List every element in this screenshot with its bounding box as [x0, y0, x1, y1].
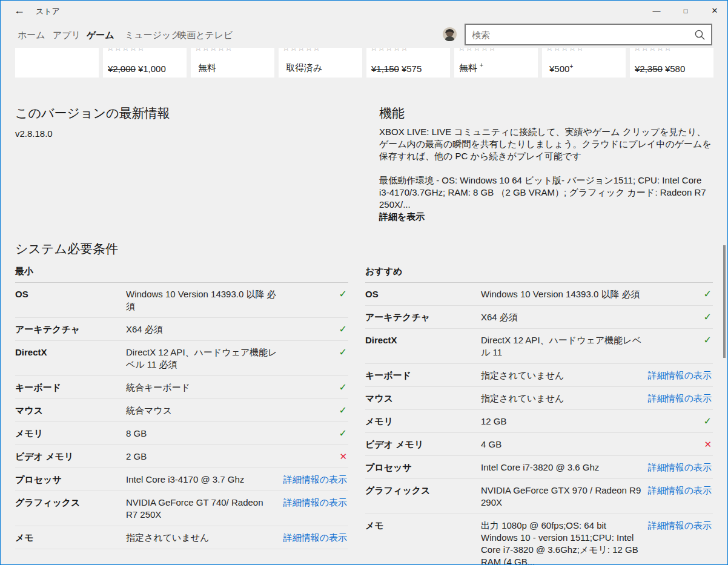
rating-stars-icon: ☆☆☆☆☆ — [370, 48, 408, 53]
row-value: DirectX 12 API、ハードウェア機能レベル 11 — [481, 334, 649, 358]
row-label: メモ — [15, 532, 126, 544]
table-row: ビデオ メモリ 2 GB ✕ — [15, 445, 348, 468]
row-value: 2 GB — [126, 451, 284, 463]
nav-item-games[interactable]: ゲーム — [87, 30, 114, 41]
sysreq-min-header: 最小 — [15, 266, 348, 283]
row-label: メモリ — [15, 428, 126, 440]
check-icon: ✓ — [339, 289, 347, 299]
table-row: メモ 出力 1080p @ 60fps;OS: 64 bit Windows 1… — [365, 514, 713, 565]
price-label: ¥2,350¥580 — [635, 63, 685, 74]
table-row: DirectX DirectX 12 API、ハードウェア機能レベル 11 ✓ — [365, 329, 713, 364]
row-label: OS — [15, 288, 126, 300]
row-label: グラフィックス — [15, 497, 126, 509]
table-row: プロセッサ Intel Core i7-3820 @ 3.6 Ghz 詳細情報の… — [365, 456, 713, 479]
details-link[interactable]: 詳細情報の表示 — [283, 474, 347, 484]
minimize-button[interactable]: — — [646, 3, 667, 19]
table-row: アーキテクチャ X64 必須 ✓ — [365, 306, 713, 329]
maximize-button[interactable]: □ — [675, 3, 696, 19]
row-value: 指定されていません — [126, 532, 283, 544]
table-row: マウス 指定されていません 詳細情報の表示 — [365, 387, 713, 410]
row-label: アーキテクチャ — [365, 311, 481, 323]
features-heading: 機能 — [379, 105, 405, 122]
row-value: X64 必須 — [126, 323, 284, 335]
row-value-text: 出力 1080p @ 60fps;OS: 64 bit Windows 10 -… — [481, 520, 638, 565]
cross-icon: ✕ — [704, 439, 712, 449]
sysreq-rec-header: おすすめ — [365, 266, 713, 283]
product-card[interactable]: ☆☆☆☆☆ ¥2,000¥1,000 — [103, 48, 187, 78]
rating-stars-icon: ☆☆☆☆☆ — [458, 48, 496, 53]
row-value: X64 必須 — [481, 311, 649, 323]
version-number: v2.8.18.0 — [15, 128, 53, 139]
row-label: DirectX — [365, 334, 481, 346]
check-icon: ✓ — [704, 335, 712, 345]
product-card[interactable]: ☆☆☆☆☆ 無料+ — [454, 48, 538, 78]
table-row: グラフィックス NVIDIA GeForce GTX 970 / Radeon … — [365, 479, 713, 514]
product-card[interactable]: ☆☆☆☆☆ 無料 — [191, 48, 274, 78]
row-value: Windows 10 Version 14393.0 以降 必須 — [481, 288, 649, 300]
rating-stars-icon: ☆☆☆☆☆ — [107, 48, 145, 53]
price-label: 取得済み — [283, 62, 322, 74]
product-card[interactable]: ☆☆☆☆☆ ¥500+ — [542, 48, 626, 78]
table-row: DirectX DirectX 12 API、ハードウェア機能レベル 11 必須… — [15, 341, 348, 376]
product-card[interactable]: ☆☆☆☆☆ 取得済み — [279, 48, 362, 78]
sysreq-min-table: 最小 OS Windows 10 Version 14393.0 以降 必須 ✓… — [15, 266, 348, 549]
price-label: 無料 — [196, 62, 216, 74]
close-button[interactable]: ✕ — [704, 3, 725, 19]
table-row: プロセッサ Intel Core i3-4170 @ 3.7 Ghz 詳細情報の… — [15, 468, 348, 491]
min-spec-paragraph: 最低動作環境 - OS: Windows 10 64 ビット版- バージョン15… — [379, 174, 713, 211]
search-input[interactable] — [466, 25, 696, 44]
row-label: OS — [365, 288, 481, 300]
check-icon: ✓ — [704, 289, 712, 299]
table-row: アーキテクチャ X64 必須 ✓ — [15, 318, 348, 341]
avatar[interactable] — [443, 27, 457, 41]
row-value: 4 GB — [481, 438, 649, 451]
rating-stars-icon: ☆☆☆☆☆ — [546, 48, 584, 53]
table-row: キーボード 指定されていません 詳細情報の表示 — [365, 364, 713, 387]
price-label: ¥500+ — [547, 63, 573, 74]
details-link[interactable]: 詳細情報の表示 — [648, 393, 712, 403]
row-value: 統合マウス — [126, 405, 284, 417]
check-icon: ✓ — [704, 312, 712, 322]
show-details-link[interactable]: 詳細を表示 — [379, 211, 425, 223]
row-label: キーボード — [365, 369, 481, 382]
features-text: XBOX LIVE: LIVE コミュニティに接続して、実績やゲーム クリップを… — [379, 126, 713, 223]
check-icon: ✓ — [339, 382, 347, 392]
product-card[interactable]: ☆☆☆☆☆ ¥2,350¥580 — [630, 48, 713, 78]
nav-item-home[interactable]: ホーム — [18, 30, 45, 41]
product-card[interactable] — [15, 48, 99, 78]
nav-item-movies[interactable]: 映画とテレビ — [177, 30, 233, 41]
row-value: 指定されていません — [481, 392, 648, 405]
row-label: アーキテクチャ — [15, 323, 126, 335]
vertical-scrollbar[interactable] — [723, 245, 726, 358]
price-label: ¥2,000¥1,000 — [108, 63, 166, 74]
rating-stars-icon: ☆☆☆☆☆ — [194, 48, 233, 53]
nav-item-music[interactable]: ミュージック — [125, 30, 180, 41]
table-row: ビデオ メモリ 4 GB ✕ — [365, 433, 713, 456]
table-row: メモリ 12 GB ✓ — [365, 410, 713, 433]
search-icon[interactable] — [694, 29, 706, 44]
row-value: Intel Core i3-4170 @ 3.7 Ghz — [126, 474, 283, 486]
details-link[interactable]: 詳細情報の表示 — [648, 370, 712, 380]
table-row: メモリ 8 GB ✓ — [15, 422, 348, 445]
app-title: ストア — [36, 6, 60, 17]
row-value: Windows 10 Version 14393.0 以降 必須 — [126, 288, 284, 312]
rating-stars-icon: ☆☆☆☆☆ — [282, 48, 320, 53]
row-label: グラフィックス — [365, 484, 481, 497]
check-icon: ✓ — [339, 347, 347, 357]
details-link[interactable]: 詳細情報の表示 — [648, 520, 712, 530]
cross-icon: ✕ — [339, 451, 347, 461]
details-link[interactable]: 詳細情報の表示 — [648, 485, 712, 495]
check-icon: ✓ — [339, 405, 347, 415]
details-link[interactable]: 詳細情報の表示 — [283, 497, 347, 507]
back-icon[interactable]: ← — [14, 4, 25, 17]
details-link[interactable]: 詳細情報の表示 — [648, 462, 712, 472]
row-value: Intel Core i7-3820 @ 3.6 Ghz — [481, 461, 648, 474]
row-label: マウス — [365, 392, 481, 405]
row-label: DirectX — [15, 346, 126, 358]
check-icon: ✓ — [704, 416, 712, 426]
details-link[interactable]: 詳細情報の表示 — [283, 532, 347, 543]
nav-item-apps[interactable]: アプリ — [53, 30, 81, 41]
price-label: 無料+ — [459, 62, 483, 74]
sysreq-heading: システム必要条件 — [15, 240, 118, 257]
product-card[interactable]: ☆☆☆☆☆ ¥1,150¥575 — [366, 48, 450, 78]
